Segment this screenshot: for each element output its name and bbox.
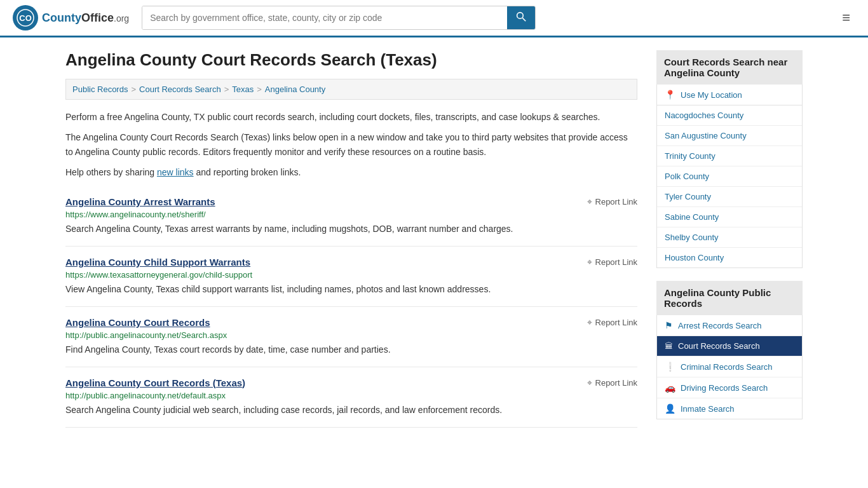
nearby-county-item[interactable]: Sabine County <box>657 207 802 227</box>
report-link-1[interactable]: ⌖ Report Link <box>587 257 637 268</box>
public-record-link-4[interactable]: 👤 Inmate Search <box>657 398 802 419</box>
public-record-item[interactable]: 👤 Inmate Search <box>657 398 802 419</box>
results-container: Angelina County Arrest Warrants ⌖ Report… <box>65 186 637 428</box>
breadcrumb-angelina[interactable]: Angelina County <box>265 85 325 94</box>
report-icon-0: ⌖ <box>587 196 592 207</box>
public-record-link-3[interactable]: 🚗 Driving Records Search <box>657 377 802 398</box>
nearby-header: Court Records Search near Angelina Count… <box>656 50 803 85</box>
search-bar <box>142 6 536 30</box>
description-2: The Angelina County Court Records Search… <box>65 130 637 159</box>
public-record-item[interactable]: 🚗 Driving Records Search <box>657 377 802 398</box>
report-link-3[interactable]: ⌖ Report Link <box>587 377 637 388</box>
public-record-label-4: Inmate Search <box>681 404 735 414</box>
result-url-0[interactable]: https://www.angelinacounty.net/sheriff/ <box>65 210 637 219</box>
breadcrumb: Public Records > Court Records Search > … <box>65 79 637 100</box>
menu-button[interactable]: ≡ <box>837 7 855 29</box>
new-links[interactable]: new links <box>157 167 194 177</box>
nearby-county-link-7[interactable]: Houston County <box>657 248 802 268</box>
svg-line-3 <box>523 18 526 21</box>
pin-icon: 📍 <box>665 90 675 100</box>
content-area: Angelina County Court Records Search (Te… <box>65 50 637 432</box>
public-record-active-1[interactable]: 🏛 Court Records Search <box>657 336 802 356</box>
public-records-list: ⚑ Arrest Records Search 🏛 Court Records … <box>656 315 803 419</box>
public-record-item[interactable]: 🏛 Court Records Search <box>657 336 802 356</box>
nearby-county-link-3[interactable]: Polk County <box>657 166 802 186</box>
report-link-0[interactable]: ⌖ Report Link <box>587 196 637 207</box>
report-icon-1: ⌖ <box>587 257 592 268</box>
svg-text:CO: CO <box>19 13 32 23</box>
icon-person: 👤 <box>665 403 675 414</box>
description-1: Perform a free Angelina County, TX publi… <box>65 110 637 124</box>
result-desc-1: View Angelina County, Texas child suppor… <box>65 283 637 296</box>
nearby-county-item[interactable]: Nacogdoches County <box>657 105 802 126</box>
nearby-county-link-1[interactable]: San Augustine County <box>657 126 802 146</box>
search-input[interactable] <box>142 6 507 29</box>
nearby-county-link-2[interactable]: Trinity County <box>657 146 802 166</box>
nearby-county-item[interactable]: Shelby County <box>657 227 802 248</box>
nearby-county-item[interactable]: Houston County <box>657 248 802 268</box>
icon-flag: ⚑ <box>665 320 673 330</box>
public-record-link-2[interactable]: ❕ Criminal Records Search <box>657 356 802 377</box>
page-title: Angelina County Court Records Search (Te… <box>65 50 637 70</box>
nearby-county-item[interactable]: San Augustine County <box>657 126 802 146</box>
sidebar: Court Records Search near Angelina Count… <box>656 50 803 432</box>
use-location-link[interactable]: 📍 Use My Location <box>657 85 802 105</box>
result-title-row: Angelina County Arrest Warrants ⌖ Report… <box>65 196 637 207</box>
svg-point-2 <box>517 13 524 19</box>
nearby-county-item[interactable]: Trinity County <box>657 146 802 166</box>
description-3: Help others by sharing new links and rep… <box>65 165 637 179</box>
nearby-county-link-0[interactable]: Nacogdoches County <box>657 105 802 125</box>
result-title-2[interactable]: Angelina County Court Records <box>65 317 210 328</box>
breadcrumb-public-records[interactable]: Public Records <box>72 85 128 94</box>
logo[interactable]: CO CountyOffice.org <box>13 5 129 30</box>
nearby-county-link-4[interactable]: Tyler County <box>657 187 802 207</box>
nearby-county-link-6[interactable]: Shelby County <box>657 227 802 247</box>
result-url-1[interactable]: https://www.texasattorneygeneral.gov/chi… <box>65 270 637 280</box>
breadcrumb-sep-3: > <box>257 85 262 94</box>
public-records-header: Angelina County Public Records <box>656 281 803 315</box>
breadcrumb-texas[interactable]: Texas <box>232 85 254 94</box>
nearby-county-item[interactable]: Polk County <box>657 166 802 187</box>
breadcrumb-sep-1: > <box>131 85 136 94</box>
report-icon-2: ⌖ <box>587 317 592 328</box>
public-records-section: Angelina County Public Records ⚑ Arrest … <box>656 281 803 419</box>
public-record-label-2: Criminal Records Search <box>681 362 773 372</box>
public-record-item[interactable]: ❕ Criminal Records Search <box>657 356 802 377</box>
result-url-3[interactable]: http://public.angelinacounty.net/default… <box>65 391 637 400</box>
result-title-row: Angelina County Court Records (Texas) ⌖ … <box>65 377 637 388</box>
use-location-item[interactable]: 📍 Use My Location <box>657 85 802 105</box>
icon-exclaim: ❕ <box>665 362 675 372</box>
result-title-0[interactable]: Angelina County Arrest Warrants <box>65 196 215 207</box>
public-record-link-0[interactable]: ⚑ Arrest Records Search <box>657 315 802 336</box>
report-link-2[interactable]: ⌖ Report Link <box>587 317 637 328</box>
icon-car: 🚗 <box>665 383 675 393</box>
result-desc-2: Find Angelina County, Texas court record… <box>65 343 637 356</box>
result-url-2[interactable]: http://public.angelinacounty.net/Search.… <box>65 330 637 340</box>
public-record-label-3: Driving Records Search <box>681 383 768 393</box>
result-title-row: Angelina County Court Records ⌖ Report L… <box>65 317 637 328</box>
header-right: ≡ <box>837 7 855 29</box>
breadcrumb-court-records[interactable]: Court Records Search <box>139 85 221 94</box>
result-desc-3: Search Angelina County judicial web sear… <box>65 403 637 417</box>
nearby-counties-list: Nacogdoches CountySan Augustine CountyTr… <box>656 105 803 268</box>
public-record-label-0: Arrest Records Search <box>678 321 762 330</box>
breadcrumb-sep-2: > <box>224 85 229 94</box>
icon-pillar: 🏛 <box>665 341 673 351</box>
nearby-list: 📍 Use My Location <box>656 85 803 105</box>
result-item: Angelina County Court Records (Texas) ⌖ … <box>65 367 637 428</box>
header: CO CountyOffice.org ≡ <box>0 0 868 37</box>
result-item: Angelina County Child Support Warrants ⌖… <box>65 247 637 307</box>
result-title-row: Angelina County Child Support Warrants ⌖… <box>65 257 637 268</box>
main-container: Angelina County Court Records Search (Te… <box>53 37 815 445</box>
result-title-3[interactable]: Angelina County Court Records (Texas) <box>65 377 245 388</box>
public-record-label-1: Court Records Search <box>678 341 760 351</box>
logo-icon: CO <box>13 5 38 30</box>
public-record-item[interactable]: ⚑ Arrest Records Search <box>657 315 802 336</box>
nearby-section: Court Records Search near Angelina Count… <box>656 50 803 268</box>
result-title-1[interactable]: Angelina County Child Support Warrants <box>65 257 250 268</box>
nearby-county-link-5[interactable]: Sabine County <box>657 207 802 227</box>
logo-text: CountyOffice.org <box>42 11 129 25</box>
nearby-county-item[interactable]: Tyler County <box>657 187 802 207</box>
result-item: Angelina County Court Records ⌖ Report L… <box>65 307 637 367</box>
search-button[interactable] <box>507 6 535 29</box>
